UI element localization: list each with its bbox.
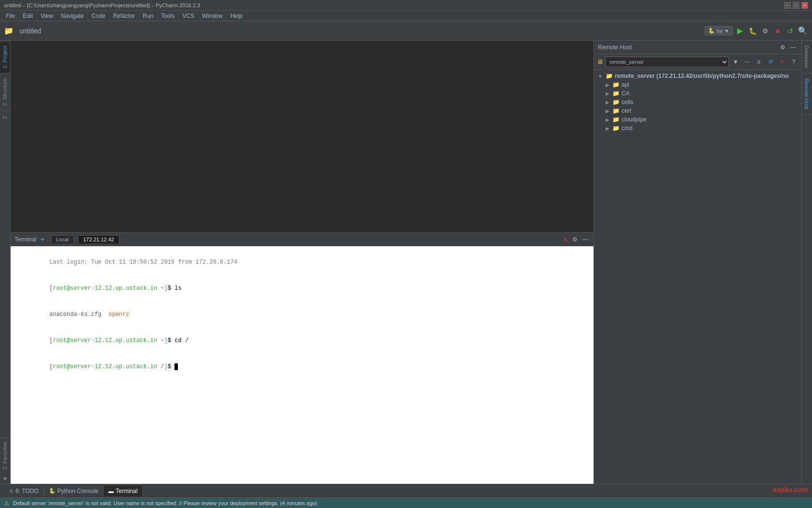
menu-bar: File Edit View Navigate Code Refactor Ru… bbox=[0, 11, 812, 21]
menu-refactor[interactable]: Refactor bbox=[109, 12, 139, 20]
bottom-tab-terminal[interactable]: ▬ Terminal bbox=[103, 486, 143, 496]
remote-host-help-button[interactable]: ? bbox=[789, 57, 798, 67]
menu-window[interactable]: Window bbox=[198, 12, 227, 20]
terminal-icon: ▬ bbox=[108, 488, 114, 494]
tree-item-cells[interactable]: ▶ 📁 cells bbox=[594, 98, 801, 106]
maximize-button[interactable]: □ bbox=[793, 2, 799, 9]
remote-server-icon: 🖥 bbox=[597, 58, 603, 65]
stop-button[interactable]: ■ bbox=[772, 26, 783, 36]
menu-run[interactable]: Run bbox=[139, 12, 157, 20]
remote-host-title: Remote Host bbox=[598, 44, 632, 51]
menu-view[interactable]: View bbox=[37, 12, 57, 20]
remote-host-columns-button[interactable]: ≡ bbox=[754, 57, 764, 67]
title-bar-controls: – □ ✕ bbox=[784, 2, 808, 9]
terminal-header: Terminal + Local 172.21.12.42 ✕ ⚙ — bbox=[11, 233, 594, 246]
bottom-tab-python-console[interactable]: 🐍 Python Console bbox=[44, 486, 104, 496]
term-login-text: Last login: Tue Oct 11 18:50:52 2016 fro… bbox=[49, 259, 237, 266]
terminal-header-left: Terminal + Local 172.21.12.42 bbox=[14, 235, 119, 244]
term-line-2: [root@server-12.12.up.ustack.in ~]$ cd / bbox=[14, 328, 590, 354]
minimize-button[interactable]: – bbox=[784, 2, 791, 9]
bottom-tab-terminal-label: Terminal bbox=[116, 488, 137, 494]
remote-host-settings2-button[interactable]: ⋯ bbox=[742, 57, 752, 67]
term-line-1: [root@server-12.12.up.ustack.in ~]$ ls bbox=[14, 275, 590, 301]
terminal-settings-button[interactable]: ⚙ bbox=[570, 235, 579, 244]
tree-item-cert[interactable]: ▶ 📁 cert bbox=[594, 106, 801, 115]
remote-host-header: Remote Host ⚙ — bbox=[594, 41, 801, 54]
search-everywhere-button[interactable]: 🔍 bbox=[798, 26, 808, 36]
term-line-output-1: anaconda-ks.cfg openrc bbox=[14, 301, 590, 328]
toolbar-left: 📁 untitled bbox=[4, 26, 41, 35]
favorites-star-icon[interactable]: ★ bbox=[0, 473, 10, 484]
menu-code[interactable]: Code bbox=[87, 12, 109, 20]
tree-item-api[interactable]: ▶ 📁 api bbox=[594, 80, 801, 89]
terminal-title: Terminal bbox=[14, 236, 36, 243]
remote-host-header-controls: ⚙ — bbox=[778, 43, 798, 52]
rerun-button[interactable]: ↺ bbox=[785, 26, 796, 36]
tree-item-cmd[interactable]: ▶ 📁 cmd bbox=[594, 124, 801, 133]
remote-host-minimize-button[interactable]: — bbox=[789, 43, 798, 52]
terminal-close-button[interactable]: ✕ bbox=[563, 236, 568, 243]
terminal-tab-remote[interactable]: 172.21.12.42 bbox=[78, 235, 119, 243]
run-button[interactable]: ▶ bbox=[735, 26, 745, 36]
remote-host-settings-button[interactable]: ⚙ bbox=[778, 43, 787, 52]
sidebar-item-project[interactable]: 1: Project bbox=[0, 41, 10, 73]
terminal-add-button[interactable]: + bbox=[40, 235, 44, 244]
sidebar-item-structure[interactable]: 2: Structure bbox=[0, 73, 10, 111]
remote-host-dropdown-button[interactable]: ▼ bbox=[731, 57, 740, 67]
tree-item-cloudpipe[interactable]: ▶ 📁 cloudpipe bbox=[594, 115, 801, 124]
menu-file[interactable]: File bbox=[2, 12, 19, 20]
editor-panel bbox=[11, 41, 594, 232]
menu-navigate[interactable]: Navigate bbox=[57, 12, 87, 20]
bottom-tabs: ⚠ 6: TODO 🐍 Python Console ▬ Terminal bbox=[0, 484, 812, 497]
bottom-tab-todo[interactable]: ⚠ 6: TODO bbox=[4, 486, 44, 496]
python-console-icon: 🐍 bbox=[49, 488, 56, 494]
main-layout: 1: Project 2: Structure Z Terminal + Loc… bbox=[0, 41, 812, 484]
terminal-content[interactable]: Last login: Tue Oct 11 18:50:52 2016 fro… bbox=[11, 246, 594, 484]
file-tree: ▼ 📁 remote_server (172.21.12.42/usr/lib/… bbox=[594, 70, 801, 484]
remote-host-disconnect-button[interactable]: ✕ bbox=[777, 57, 787, 67]
interpreter-button[interactable]: 🐍 he ▼ bbox=[705, 26, 733, 35]
right-sidebar: Database Remote Host bbox=[801, 41, 812, 484]
tree-item-ca[interactable]: ▶ 📁 CA bbox=[594, 89, 801, 98]
terminal-header-controls: ✕ ⚙ — bbox=[563, 235, 590, 244]
bottom-tab-python-label: Python Console bbox=[58, 488, 99, 494]
remote-server-select[interactable]: remote_server bbox=[605, 57, 729, 67]
favorites-tab[interactable]: 2: Favorites bbox=[0, 438, 10, 473]
status-text: Default server 'remote_server' is not va… bbox=[13, 500, 317, 506]
left-sidebar: 1: Project 2: Structure Z bbox=[0, 41, 11, 484]
title-bar: untitled – [C:\Users\zhangyangyang\Pycha… bbox=[0, 0, 812, 11]
interpreter-label: he ▼ bbox=[717, 28, 729, 34]
remote-host-panel: Remote Host ⚙ — 🖥 remote_server ▼ ⋯ ≡ ↺ … bbox=[594, 41, 801, 484]
project-name-label: untitled bbox=[19, 27, 41, 35]
term-line-3: [root@server-12.12.up.ustack.in /]$ bbox=[14, 354, 590, 380]
term-user-1: root@server-12.12.up.ustack.in bbox=[53, 285, 157, 292]
remote-host-refresh-button[interactable]: ↺ bbox=[766, 57, 775, 67]
menu-help[interactable]: Help bbox=[227, 12, 246, 20]
terminal-tab-local[interactable]: Local bbox=[51, 235, 74, 243]
sidebar-item-database[interactable]: Database bbox=[802, 41, 812, 74]
term-line-login: Last login: Tue Oct 11 18:50:52 2016 fro… bbox=[14, 249, 590, 275]
status-warning-icon: ⚠ bbox=[4, 500, 9, 507]
menu-tools[interactable]: Tools bbox=[157, 12, 178, 20]
tree-root-folder-icon: 📁 bbox=[606, 73, 613, 79]
toolbar: 📁 untitled 🐍 he ▼ ▶ 🐛 ⚙ ■ ↺ 🔍 bbox=[0, 21, 812, 41]
terminal-minimize-button[interactable]: — bbox=[581, 235, 590, 244]
project-folder-icon: 📁 bbox=[4, 26, 14, 35]
terminal-area: Terminal + Local 172.21.12.42 ✕ ⚙ — Last… bbox=[11, 232, 594, 484]
menu-edit[interactable]: Edit bbox=[19, 12, 37, 20]
close-button[interactable]: ✕ bbox=[801, 2, 808, 9]
toolbar-right: 🐍 he ▼ ▶ 🐛 ⚙ ■ ↺ 🔍 bbox=[705, 26, 808, 36]
watermark: aspku.com bbox=[773, 486, 808, 493]
interpreter-icon: 🐍 bbox=[708, 28, 715, 34]
sidebar-item-z[interactable]: Z bbox=[0, 111, 10, 124]
bottom-tab-todo-label: 6: TODO bbox=[15, 488, 39, 494]
tree-root-item[interactable]: ▼ 📁 remote_server (172.21.12.42/usr/lib/… bbox=[594, 72, 801, 80]
todo-icon: ⚠ bbox=[9, 488, 14, 494]
tree-root-arrow: ▼ bbox=[598, 74, 603, 79]
debug-button[interactable]: 🐛 bbox=[747, 26, 758, 36]
sidebar-item-remote-host[interactable]: Remote Host bbox=[802, 74, 812, 115]
remote-host-toolbar: 🖥 remote_server ▼ ⋯ ≡ ↺ ✕ ? bbox=[594, 54, 801, 70]
menu-vcs[interactable]: VCS bbox=[178, 12, 198, 20]
title-bar-text: untitled – [C:\Users\zhangyangyang\Pycha… bbox=[4, 2, 200, 8]
build-button[interactable]: ⚙ bbox=[760, 26, 770, 36]
